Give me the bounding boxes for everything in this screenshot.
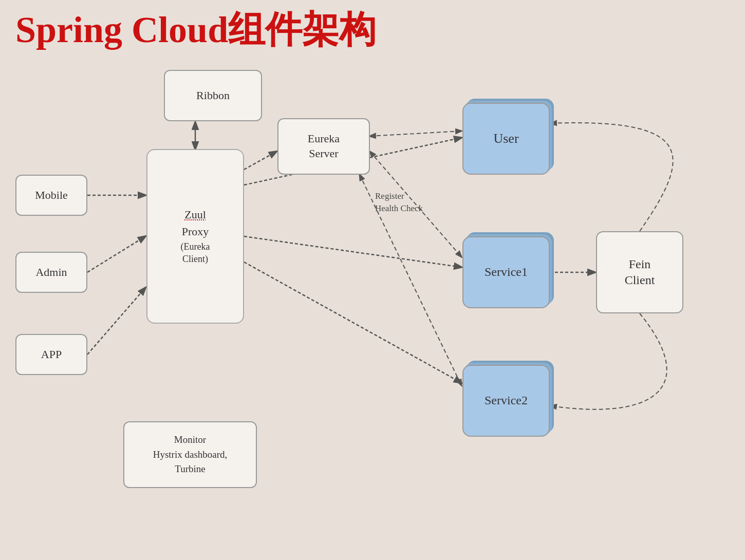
svg-line-9 (244, 262, 461, 383)
fein-client-node: FeinClient (596, 231, 683, 313)
mobile-node: Mobile (15, 175, 87, 216)
svg-line-4 (244, 152, 276, 170)
service1-node: Service1 (462, 236, 550, 308)
svg-line-2 (87, 288, 145, 354)
ribbon-node: Ribbon (164, 70, 262, 121)
zuul-proxy-node: Zuul Proxy (EurekaClient) (146, 149, 244, 324)
user-node: User (462, 103, 550, 175)
admin-node: Admin (15, 252, 87, 293)
page-title: Spring Cloud组件架构 (15, 5, 376, 54)
app-node: APP (15, 334, 87, 375)
svg-line-1 (87, 236, 145, 272)
svg-line-8 (244, 236, 461, 267)
service2-node: Service2 (462, 365, 550, 437)
eureka-server-node: EurekaServer (277, 118, 370, 175)
svg-line-5 (370, 131, 461, 136)
monitor-node: MonitorHystrix dashboard,Turbine (123, 421, 257, 488)
register-health-check-label: RegisterHealth Check (375, 190, 423, 215)
